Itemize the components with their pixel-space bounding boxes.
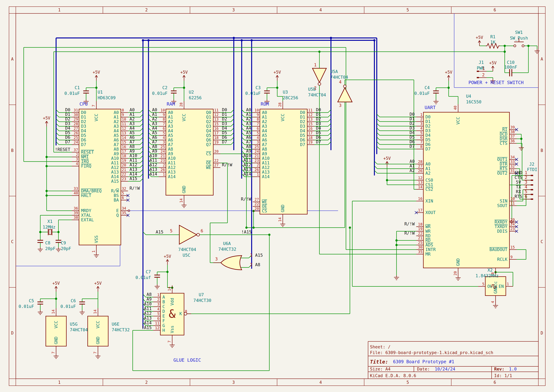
pin-number: 28 <box>74 122 78 126</box>
pin-name: EXTAL <box>81 217 94 222</box>
pin-number: 12 <box>155 326 159 330</box>
bus-junction <box>147 39 150 42</box>
net-label: !A15 <box>241 230 251 234</box>
net-label: D7 <box>409 144 415 149</box>
component-U4[interactable] <box>423 112 509 268</box>
pin-number: 24 <box>160 149 165 154</box>
annotation: 0.01uF <box>245 91 261 96</box>
annotation: SW1 <box>515 30 523 35</box>
net-label: R/!W <box>404 231 415 236</box>
pin-number: 11 <box>155 321 159 325</box>
title-block-field: Id: 1/1 <box>494 373 512 378</box>
component-SW1[interactable] <box>514 45 516 47</box>
pin-number: 12 <box>418 176 422 180</box>
component-U5C[interactable] <box>179 225 197 244</box>
net-label: A1 <box>409 163 415 168</box>
plus5v-label: +5V <box>52 281 60 286</box>
pin-name: A6 <box>168 138 173 142</box>
pin-number: 26 <box>160 168 165 172</box>
pin-name: A6 <box>262 138 267 142</box>
title-block-field: Sheet: / <box>370 344 390 349</box>
net-label: A8 <box>146 292 152 297</box>
annotation: U1 <box>98 90 103 95</box>
pin-name: GND <box>456 258 460 266</box>
component-U5B[interactable] <box>338 88 352 102</box>
component-U5A[interactable] <box>312 68 326 83</box>
schematic-canvas[interactable]: 112233445566AABBCCDD+5V+5V+5V+5V+5V+5V+5… <box>0 0 554 392</box>
pin-name: E <box>162 314 165 319</box>
annotation: C9 <box>61 240 66 245</box>
pin-number: 7 <box>91 105 96 107</box>
grid-col-label: 1 <box>58 7 61 12</box>
component-X1[interactable] <box>49 230 51 235</box>
net-label: RTS <box>515 194 522 199</box>
pin-number: 4 <box>257 136 259 140</box>
pin-name: D5 <box>300 133 305 138</box>
component-J1[interactable] <box>477 71 479 72</box>
annotation: 0.01uf <box>135 275 151 280</box>
pin-name: A4 <box>262 128 267 133</box>
net-label: CTS <box>515 175 522 180</box>
net-label: D6 <box>65 135 70 140</box>
title-block-field: 6309 Board Prototype #1 <box>393 359 454 364</box>
pin-number: 3 <box>257 140 259 144</box>
wire-junction <box>245 226 248 229</box>
net-label: A8 <box>152 144 157 149</box>
grid-row-label: B <box>540 148 543 153</box>
pin-name: RCLK <box>497 257 508 262</box>
net-label: 5V <box>516 180 521 185</box>
pin-name: TXRDY <box>495 224 507 229</box>
title-block-field: 10/24/24 <box>435 367 455 371</box>
pin-number: 22 <box>418 231 422 236</box>
pin-number: 11 <box>308 108 313 112</box>
pin-number: 2 <box>157 297 159 301</box>
pin-name: XIN <box>425 198 433 203</box>
pin-name: A3 <box>168 124 173 129</box>
pin-name: A0 <box>425 161 431 167</box>
pin-name: D6 <box>81 138 86 142</box>
component-J2[interactable] <box>531 198 533 200</box>
grid-col-label: 2 <box>145 380 148 385</box>
pin-name: FIRQ <box>81 164 91 168</box>
component-J2[interactable] <box>531 184 533 186</box>
component-J1[interactable] <box>477 77 479 78</box>
pin-name: RD <box>425 238 431 243</box>
pin-name: D <box>162 309 165 314</box>
component-U6A[interactable] <box>221 256 242 270</box>
bus-junction <box>373 39 375 42</box>
pin-name: IRQ <box>81 159 89 164</box>
pin-name: Q6 <box>206 138 211 142</box>
net-label: A12 <box>243 162 251 167</box>
pin-name: CS1 <box>425 182 433 187</box>
pin-name: EN <box>499 284 504 289</box>
gate-output-bubble <box>197 233 200 236</box>
pin-name: A14 <box>168 174 176 179</box>
pin-number: 39 <box>74 211 78 215</box>
pin-number: 6 <box>122 196 124 200</box>
pin-number: 8 <box>185 309 187 314</box>
pin-name: A5 <box>114 133 119 138</box>
pin-name: RD <box>425 233 431 238</box>
pin-number: 16 <box>214 126 219 131</box>
component-J2[interactable] <box>531 180 533 181</box>
pin-name: RXRDY <box>495 220 507 224</box>
grid-row-label: D <box>11 331 14 336</box>
net-label: A9 <box>246 149 251 154</box>
component-J2[interactable] <box>531 194 533 195</box>
wire-junction <box>448 87 450 89</box>
wire-junction <box>57 231 60 233</box>
annotation: & <box>169 307 175 320</box>
pin-number: 2 <box>420 117 422 121</box>
pin-name: D1 <box>425 119 431 124</box>
net-label: A9 <box>152 149 157 154</box>
component-J2[interactable] <box>531 175 533 176</box>
net-label: A12 <box>149 162 157 167</box>
pin-number: 3 <box>163 140 165 144</box>
component-J2[interactable] <box>531 189 533 190</box>
pin-number: 3 <box>420 122 422 126</box>
annotation: U5A <box>330 69 338 74</box>
net-label: D1 <box>409 116 415 121</box>
annotation: 2 <box>482 72 485 77</box>
component-SW1[interactable] <box>522 45 524 47</box>
pin-name: XTAL <box>81 213 91 218</box>
